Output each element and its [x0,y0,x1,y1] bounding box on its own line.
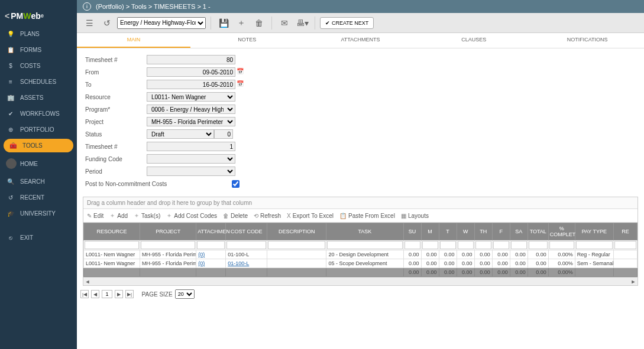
col-complet[interactable]: % COMPLET [548,223,575,240]
col-costcode[interactable]: COST CODE [226,223,267,240]
period-field[interactable] [147,167,235,176]
page-size-select[interactable]: 20 [175,289,195,299]
create-next-button[interactable]: ✔ CREATE NEXT [320,17,374,29]
label-period: Period [85,168,147,175]
pager-last[interactable]: ▶| [125,290,134,298]
grid-toolbar: ✎Edit ＋Add ＋Task(s) ＋Add Cost Codes 🗑Del… [83,209,637,223]
delete-icon[interactable]: 🗑 [251,15,267,31]
tab-attachments[interactable]: ATTACHMENTS [304,33,418,48]
filter-input[interactable] [404,241,420,249]
filter-input[interactable] [576,241,613,249]
project-field[interactable]: MH-955 - Florida Perimeter Highway [147,117,235,126]
pager-first[interactable]: |◀ [80,290,89,298]
resource-field[interactable]: L0011- Nem Wagner [147,92,235,102]
grid-export[interactable]: XExport To Excel [287,211,334,220]
grid-paste[interactable]: 📋Paste From Excel [339,211,395,220]
label-post: Post to Non-commitment Costs [85,181,180,187]
label-resource: Resource [85,94,147,100]
status-value[interactable] [214,129,233,139]
from-field[interactable] [147,67,235,77]
sidebar-item-tools[interactable]: 🧰TOOLS [4,139,73,152]
filter-input[interactable] [226,241,266,249]
col-total[interactable]: TOTAL [528,223,548,240]
filter-input[interactable] [549,241,574,249]
filter-input[interactable] [529,241,548,249]
col-description[interactable]: DESCRIPTION [267,223,326,240]
grid-edit[interactable]: ✎Edit [87,211,103,220]
grid-layouts[interactable]: ▦Layouts [401,211,429,220]
sidebar-item-search[interactable]: 🔍SEARCH [0,174,77,190]
table-row[interactable]: L0011- Nem WagnerMH-955 - Florida Perimi… [84,259,637,268]
sidebar-item-assets[interactable]: 🏢ASSETS [0,90,77,106]
funding-field[interactable] [147,154,235,164]
col-su[interactable]: SU [403,223,421,240]
calendar-icon[interactable]: 📅 [237,80,245,89]
grid-delete[interactable]: 🗑Delete [223,211,248,220]
grid-addcc[interactable]: ＋Add Cost Codes [166,211,217,220]
sidebar-item-home[interactable]: HOME [0,154,77,174]
pager-next[interactable]: ▶ [115,290,123,298]
list-icon[interactable]: ☰ [82,15,97,31]
filter-input[interactable] [493,241,509,249]
history-icon[interactable]: ↺ [99,15,115,31]
sidebar-item-costs[interactable]: $COSTS [0,58,77,74]
filter-input[interactable] [327,241,402,249]
sidebar-item-recent[interactable]: ↺RECENT [0,190,77,206]
col-task[interactable]: TASK [326,223,403,240]
sidebar-item-university[interactable]: 🎓UNIVERSITY [0,206,77,221]
col-t[interactable]: T [439,223,457,240]
filter-input[interactable] [197,241,225,249]
timesheet-no-field[interactable] [147,55,235,64]
add-icon[interactable]: ＋ [234,15,249,31]
filter-input[interactable] [475,241,491,249]
col-th[interactable]: TH [474,223,492,240]
save-icon[interactable]: 💾 [216,15,231,31]
label-status: Status [85,131,147,138]
sidebar-item-schedules[interactable]: ≡SCHEDULES [0,74,77,90]
timesheet-no2-field[interactable] [147,142,235,151]
filter-input[interactable] [268,241,325,249]
pager-prev[interactable]: ◀ [91,290,99,298]
col-re[interactable]: RE [613,223,637,240]
filter-input[interactable] [85,241,139,249]
tab-notes[interactable]: NOTES [190,33,304,48]
filter-input[interactable] [614,241,636,249]
filter-input[interactable] [422,241,438,249]
filter-input[interactable] [141,241,195,249]
sidebar-item-exit[interactable]: ⎋EXIT [0,230,77,246]
grid-add[interactable]: ＋Add [109,211,128,220]
pager-page[interactable] [102,290,112,298]
col-f[interactable]: F [492,223,510,240]
sidebar-item-plans[interactable]: 💡PLANS [0,26,77,42]
sidebar-item-portfolio[interactable]: ⊕PORTFOLIO [0,122,77,138]
form-area: Timesheet # From📅 To📅 ResourceL0011- Nem… [77,48,644,197]
col-w[interactable]: W [457,223,474,240]
grid-refresh[interactable]: ⟲Refresh [254,211,281,220]
filter-input[interactable] [511,241,527,249]
col-project[interactable]: PROJECT [140,223,196,240]
filter-input[interactable] [440,241,456,249]
sidebar-item-forms[interactable]: 📋FORMS [0,42,77,58]
calendar-icon[interactable]: 📅 [237,68,245,76]
grid-tasks[interactable]: ＋Task(s) [134,211,160,220]
mail-icon[interactable]: ✉ [277,15,292,31]
col-paytype[interactable]: PAY TYPE [575,223,613,240]
table-row[interactable]: L0011- Nem WagnerMH-955 - Florida Perimi… [84,250,637,259]
post-checkbox[interactable] [232,180,240,188]
col-m[interactable]: M [421,223,439,240]
col-attachmen[interactable]: ATTACHMEN [196,223,226,240]
tab-notifications[interactable]: NOTIFICATIONS [530,33,644,48]
col-resource[interactable]: RESOURCE [84,223,140,240]
program-field[interactable]: 0006 - Energy / Heavy Highway [147,105,235,114]
status-field[interactable]: Draft [147,129,214,139]
tab-clauses[interactable]: CLAUSES [417,33,530,48]
print-icon[interactable]: 🖶▾ [295,15,310,31]
record-selector[interactable]: Energy / Heavy Highway-Florida Peri… [117,17,206,29]
info-icon[interactable]: i [83,2,91,11]
to-field[interactable] [147,80,235,89]
filter-input[interactable] [458,241,474,249]
horizontal-scrollbar[interactable]: ◄► [83,277,637,285]
sidebar-item-workflows[interactable]: ✔WORKFLOWS [0,106,77,122]
tab-main[interactable]: MAIN [77,33,190,48]
col-sa[interactable]: SA [510,223,528,240]
